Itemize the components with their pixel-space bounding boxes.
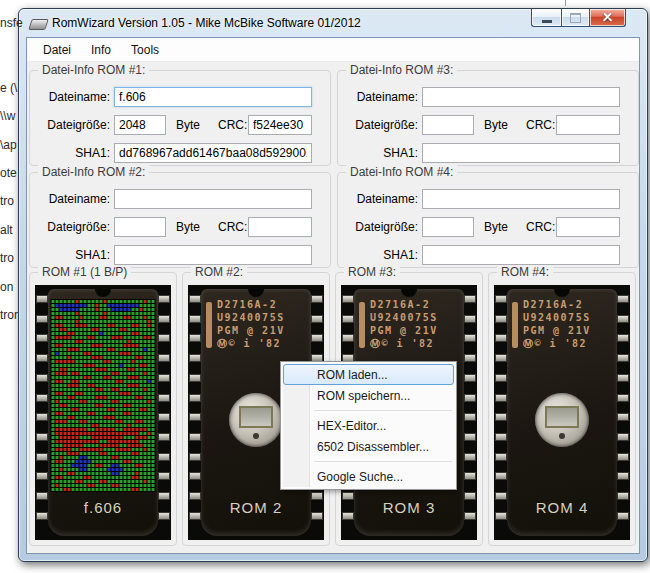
bitmap-cell [76,484,79,487]
background-text-fragment: e (\ [0,81,17,95]
context-menu-item[interactable]: HEX-Editor... [283,415,454,436]
menubar-item-datei[interactable]: Datei [33,40,81,60]
rom1-dateiname-input[interactable] [114,87,312,107]
bitmap-cell [84,320,87,323]
bitmap-cell [56,384,59,387]
bitmap-cell [88,420,91,423]
context-menu-item[interactable]: ROM laden... [283,364,454,385]
close-button[interactable] [589,9,626,27]
rom4-crc-input[interactable] [556,217,620,237]
bitmap-cell [52,468,55,471]
minimize-button[interactable] [531,9,561,27]
rom1-chip-photo[interactable]: f.606 [35,285,171,540]
bitmap-cell [52,484,55,487]
bitmap-cell [104,444,107,447]
bitmap-cell [92,456,95,459]
rom1-crc-input[interactable] [248,115,312,135]
bitmap-cell [120,440,123,443]
chip-pin [617,374,629,382]
bitmap-cell [56,448,59,451]
bitmap-cell [128,360,131,363]
bitmap-cell [88,412,91,415]
bitmap-cell [84,352,87,355]
bitmap-cell [108,356,111,359]
bitmap-cell [72,324,75,327]
bitmap-cell [112,316,115,319]
bitmap-cell [88,356,91,359]
bitmap-cell [64,460,67,463]
bitmap-cell [120,328,123,331]
bitmap-cell [136,456,139,459]
bitmap-cell [52,476,55,479]
chip-pin [36,334,48,342]
chip-pin [342,512,354,520]
bitmap-cell [80,468,83,471]
context-menu-item[interactable]: 6502 Disassembler... [283,436,454,457]
rom3-dateigroesse-input[interactable] [422,115,474,135]
bitmap-cell [152,484,155,487]
bitmap-cell [120,468,123,471]
bitmap-cell [128,424,131,427]
context-menu-item[interactable]: ROM speichern... [283,385,454,406]
menubar-item-info[interactable]: Info [81,40,121,60]
bitmap-cell [52,324,55,327]
bitmap-cell [80,308,83,311]
bitmap-cell [124,380,127,383]
bitmap-cell [52,480,55,483]
bitmap-cell [92,316,95,319]
bitmap-cell [92,460,95,463]
rom3-crc-input[interactable] [556,115,620,135]
bitmap-cell [116,308,119,311]
maximize-button[interactable] [561,9,589,27]
bitmap-cell [60,416,63,419]
bitmap-cell [100,416,103,419]
bitmap-cell [112,488,115,491]
bitmap-cell [136,388,139,391]
rom2-crc-input[interactable] [248,217,312,237]
rom4-dateigroesse-input[interactable] [422,217,474,237]
bitmap-cell [92,300,95,303]
chip-die [239,406,273,428]
rom4-dateiname-input[interactable] [422,189,620,209]
bitmap-cell [72,480,75,483]
rom2-dateiname-input[interactable] [114,189,312,209]
bitmap-cell [152,320,155,323]
bitmap-cell [152,400,155,403]
bitmap-cell [140,476,143,479]
rom2-dateigroesse-input[interactable] [114,217,166,237]
bitmap-cell [132,308,135,311]
bitmap-cell [100,448,103,451]
bitmap-cell [88,308,91,311]
bitmap-cell [140,480,143,483]
rom1-sha1-input[interactable] [114,143,312,163]
rom2-sha1-input[interactable] [114,245,312,265]
bitmap-cell [140,372,143,375]
bitmap-cell [116,320,119,323]
bitmap-cell [84,400,87,403]
bitmap-cell [72,308,75,311]
bitmap-cell [148,380,151,383]
bitmap-cell [108,408,111,411]
dateigroesse-label: Dateigröße: [340,217,418,237]
rom4-chip-photo[interactable]: D2716A-2 U9240075S PGM @ 21V Ⓜ© i '82 RO… [494,285,630,540]
bitmap-cell [120,488,123,491]
bitmap-cell [72,388,75,391]
bitmap-cell [72,364,75,367]
rom3-sha1-input[interactable] [422,143,620,163]
bitmap-cell [92,396,95,399]
title-bar[interactable]: RomWizard Version 1.05 - Mike McBike Sof… [19,9,647,37]
bitmap-cell [68,400,71,403]
chip-pin [617,354,629,362]
rom1-dateigroesse-input[interactable] [114,115,166,135]
bitmap-cell [144,488,147,491]
rom3-dateiname-input[interactable] [422,87,620,107]
bitmap-cell [116,388,119,391]
bitmap-cell [92,468,95,471]
rom4-sha1-input[interactable] [422,245,620,265]
bitmap-cell [100,316,103,319]
byte-label: Byte [176,217,200,237]
menubar-item-tools[interactable]: Tools [121,40,169,60]
context-menu-item[interactable]: Google Suche... [283,466,454,487]
chip-pin [36,433,48,441]
bitmap-cell [120,332,123,335]
